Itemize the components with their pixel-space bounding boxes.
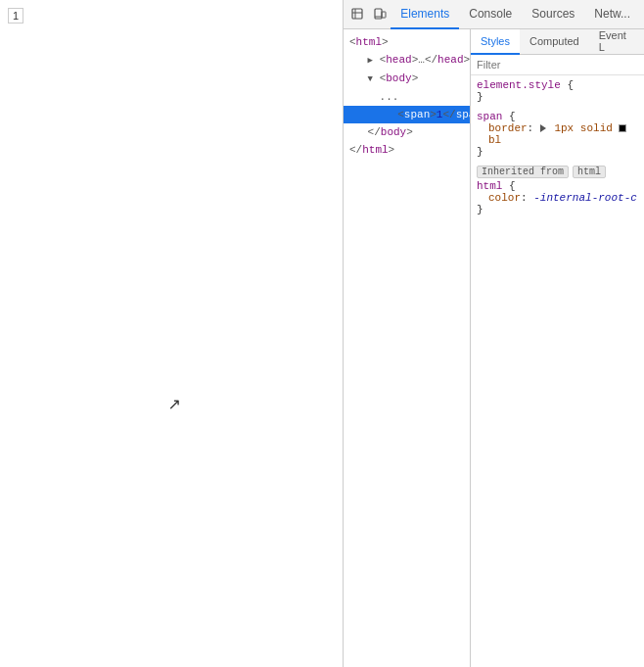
devtools-panel: Elements Console Sources Netw... <html> …: [343, 0, 644, 667]
tree-body[interactable]: ▼ <body>: [344, 70, 470, 88]
page-number: 1: [8, 8, 23, 24]
css-selector-html: html: [477, 180, 502, 192]
elements-panel: <html> ▶ <head>…</head> ▼ <body> ... <sp…: [344, 29, 644, 667]
subtab-event-listeners[interactable]: Event L: [589, 29, 644, 55]
tree-head[interactable]: ▶ <head>…</head>: [344, 51, 470, 70]
subtab-styles[interactable]: Styles: [471, 29, 520, 55]
border-expand-arrow[interactable]: [540, 124, 546, 132]
css-selector-element-style: element.style: [477, 79, 561, 91]
css-rules: element.style { } span { border: 1px sol…: [471, 75, 644, 667]
styles-subtabs: Styles Computed Event L: [471, 29, 644, 55]
border-color-swatch[interactable]: [619, 124, 626, 132]
inherited-from-label: Inherited from html: [477, 166, 638, 178]
css-prop-color[interactable]: color: -internal-root-c: [477, 192, 638, 204]
tab-sources[interactable]: Sources: [522, 0, 584, 29]
tree-html[interactable]: <html>: [344, 33, 470, 51]
tab-elements[interactable]: Elements: [391, 0, 459, 29]
tree-span-selected[interactable]: <span>1</span>: [344, 106, 470, 123]
css-block-html: html { color: -internal-root-c }: [477, 180, 638, 215]
subtab-computed[interactable]: Computed: [520, 29, 589, 55]
filter-input[interactable]: [477, 59, 638, 71]
svg-rect-0: [352, 9, 362, 19]
device-toggle-button[interactable]: [369, 3, 391, 26]
css-prop-border[interactable]: border: 1px solid bl: [477, 122, 638, 146]
tab-network[interactable]: Netw...: [584, 0, 640, 29]
styles-panel: Styles Computed Event L element.style: [471, 29, 644, 667]
html-tree: <html> ▶ <head>…</head> ▼ <body> ... <sp…: [344, 29, 471, 667]
css-block-span: span { border: 1px solid bl }: [477, 111, 638, 158]
css-selector-span: span: [477, 111, 502, 122]
filter-bar: [471, 55, 644, 75]
tree-ellipsis[interactable]: ...: [344, 88, 470, 106]
cursor-arrow: ↖: [168, 395, 181, 413]
tree-body-close: </body>: [344, 123, 470, 141]
tab-console[interactable]: Console: [459, 0, 522, 29]
inspect-icon-button[interactable]: [347, 3, 369, 26]
page-area: 1 ↖: [0, 0, 343, 667]
svg-rect-4: [382, 12, 386, 18]
devtools-tab-bar: Elements Console Sources Netw...: [344, 0, 644, 29]
tree-html-close: </html>: [344, 141, 470, 159]
inherited-from-tag[interactable]: html: [573, 166, 606, 178]
css-block-element-style: element.style { }: [477, 79, 638, 103]
